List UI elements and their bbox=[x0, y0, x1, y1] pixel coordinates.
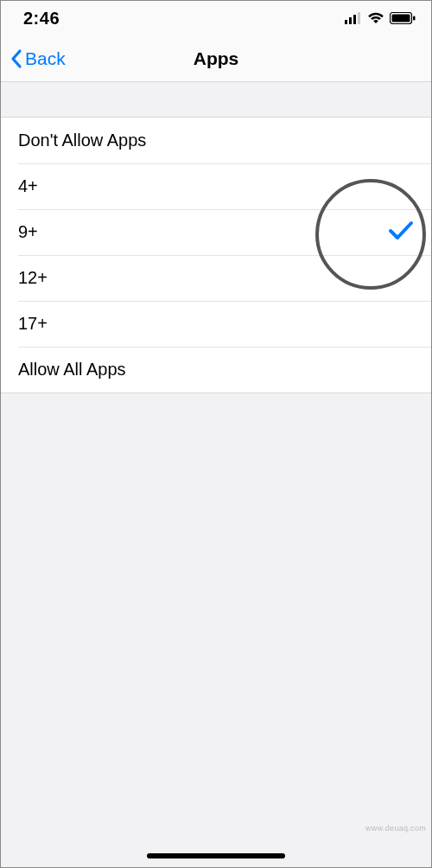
status-bar: 2:46 bbox=[1, 1, 431, 35]
status-time: 2:46 bbox=[23, 9, 60, 29]
svg-rect-6 bbox=[413, 16, 416, 21]
screen: 2:46 Back bbox=[0, 0, 432, 868]
nav-bar: Back Apps bbox=[1, 35, 431, 82]
option-label: Don't Allow Apps bbox=[18, 131, 414, 150]
wifi-icon bbox=[367, 12, 384, 24]
option-label: 12+ bbox=[18, 268, 414, 288]
option-label: 17+ bbox=[18, 314, 414, 334]
section-spacer bbox=[1, 82, 431, 117]
svg-rect-0 bbox=[345, 20, 347, 24]
option-9plus[interactable]: 9+ bbox=[1, 209, 431, 255]
home-indicator[interactable] bbox=[147, 853, 285, 858]
svg-rect-2 bbox=[353, 15, 356, 24]
checkmark-icon bbox=[388, 220, 414, 245]
chevron-left-icon bbox=[10, 48, 23, 69]
svg-rect-3 bbox=[358, 12, 360, 24]
option-label: 9+ bbox=[18, 222, 388, 242]
cellular-icon bbox=[345, 12, 362, 24]
svg-rect-5 bbox=[392, 15, 410, 22]
option-4plus[interactable]: 4+ bbox=[1, 163, 431, 209]
watermark-text: www.deuaq.com bbox=[365, 824, 426, 833]
option-17plus[interactable]: 17+ bbox=[1, 301, 431, 347]
back-label: Back bbox=[25, 48, 66, 69]
battery-icon bbox=[390, 12, 416, 24]
option-label: 4+ bbox=[18, 176, 414, 196]
option-label: Allow All Apps bbox=[18, 360, 414, 380]
svg-rect-1 bbox=[349, 17, 352, 24]
option-dont-allow[interactable]: Don't Allow Apps bbox=[1, 118, 431, 163]
options-list: Don't Allow Apps 4+ 9+ 12+ 17+ Allow All… bbox=[1, 117, 431, 393]
back-button[interactable]: Back bbox=[1, 48, 66, 69]
status-indicators bbox=[345, 12, 416, 24]
option-12plus[interactable]: 12+ bbox=[1, 255, 431, 301]
option-allow-all[interactable]: Allow All Apps bbox=[1, 347, 431, 393]
